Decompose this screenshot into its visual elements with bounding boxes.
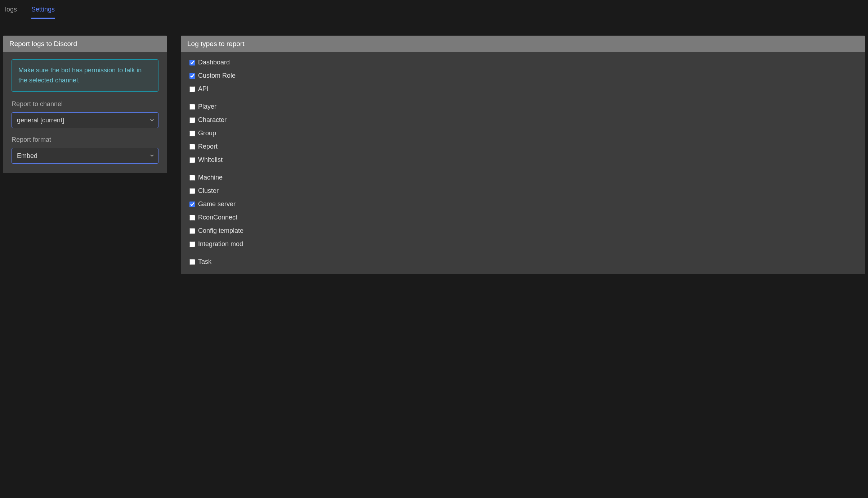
panel-log-types-body: DashboardCustom RoleAPIPlayerCharacterGr… (181, 52, 865, 274)
checkbox-config-template[interactable] (189, 228, 195, 234)
checkbox-api[interactable] (189, 86, 195, 92)
tab-bar: logs Settings (0, 0, 868, 19)
checkbox-custom-role[interactable] (189, 73, 195, 79)
checkbox-group[interactable] (189, 131, 195, 136)
log-type-row-custom-role[interactable]: Custom Role (189, 72, 856, 80)
log-type-row-rconconnect[interactable]: RconConnect (189, 214, 856, 221)
checkbox-label-custom-role[interactable]: Custom Role (198, 72, 236, 80)
log-type-group: Task (189, 258, 856, 266)
info-permission-note: Make sure the bot has permission to talk… (12, 59, 158, 92)
checkbox-report[interactable] (189, 144, 195, 150)
panel-log-types: Log types to report DashboardCustom Role… (181, 36, 865, 274)
checkbox-label-character[interactable]: Character (198, 116, 227, 124)
panel-report-logs-body: Make sure the bot has permission to talk… (3, 52, 167, 173)
log-type-row-api[interactable]: API (189, 85, 856, 93)
checkbox-label-integration-mod[interactable]: Integration mod (198, 240, 243, 248)
checkbox-label-task[interactable]: Task (198, 258, 211, 266)
log-type-row-machine[interactable]: Machine (189, 174, 856, 181)
checkbox-label-cluster[interactable]: Cluster (198, 187, 219, 195)
content-area: Report logs to Discord Make sure the bot… (0, 19, 868, 281)
label-report-format: Report format (12, 136, 158, 144)
tab-settings[interactable]: Settings (31, 6, 55, 19)
checkbox-label-config-template[interactable]: Config template (198, 227, 243, 235)
log-type-row-whitelist[interactable]: Whitelist (189, 156, 856, 164)
panel-report-logs-title: Report logs to Discord (3, 36, 167, 52)
label-report-channel: Report to channel (12, 100, 158, 108)
panel-log-types-title: Log types to report (181, 36, 865, 52)
checkbox-label-rconconnect[interactable]: RconConnect (198, 214, 237, 221)
checkbox-integration-mod[interactable] (189, 241, 195, 247)
log-type-group: DashboardCustom RoleAPI (189, 59, 856, 93)
log-type-row-dashboard[interactable]: Dashboard (189, 59, 856, 66)
log-type-row-report[interactable]: Report (189, 143, 856, 150)
field-report-channel: Report to channel general [current] (12, 100, 158, 128)
checkbox-label-api[interactable]: API (198, 85, 209, 93)
checkbox-label-machine[interactable]: Machine (198, 174, 223, 181)
log-type-row-game-server[interactable]: Game server (189, 200, 856, 208)
select-report-format[interactable]: Embed (12, 148, 158, 164)
checkbox-machine[interactable] (189, 175, 195, 181)
log-type-row-group[interactable]: Group (189, 130, 856, 137)
checkbox-cluster[interactable] (189, 188, 195, 194)
log-type-row-character[interactable]: Character (189, 116, 856, 124)
log-type-row-cluster[interactable]: Cluster (189, 187, 856, 195)
checkbox-label-dashboard[interactable]: Dashboard (198, 59, 230, 66)
select-wrap-channel: general [current] (12, 112, 158, 128)
checkbox-rconconnect[interactable] (189, 215, 195, 221)
select-report-channel[interactable]: general [current] (12, 112, 158, 128)
checkbox-label-player[interactable]: Player (198, 103, 216, 110)
log-type-row-config-template[interactable]: Config template (189, 227, 856, 235)
checkbox-dashboard[interactable] (189, 60, 195, 65)
log-type-group: MachineClusterGame serverRconConnectConf… (189, 174, 856, 248)
checkbox-label-group[interactable]: Group (198, 130, 216, 137)
checkbox-player[interactable] (189, 104, 195, 110)
checkbox-whitelist[interactable] (189, 157, 195, 163)
checkbox-label-report[interactable]: Report (198, 143, 218, 150)
checkbox-label-whitelist[interactable]: Whitelist (198, 156, 223, 164)
checkbox-label-game-server[interactable]: Game server (198, 200, 236, 208)
select-wrap-format: Embed (12, 148, 158, 164)
tab-logs[interactable]: logs (5, 6, 17, 19)
log-type-row-player[interactable]: Player (189, 103, 856, 110)
checkbox-game-server[interactable] (189, 202, 195, 207)
log-type-row-task[interactable]: Task (189, 258, 856, 266)
checkbox-task[interactable] (189, 259, 195, 265)
log-type-group: PlayerCharacterGroupReportWhitelist (189, 103, 856, 164)
checkbox-character[interactable] (189, 117, 195, 123)
field-report-format: Report format Embed (12, 136, 158, 164)
panel-report-logs: Report logs to Discord Make sure the bot… (3, 36, 167, 173)
log-type-row-integration-mod[interactable]: Integration mod (189, 240, 856, 248)
